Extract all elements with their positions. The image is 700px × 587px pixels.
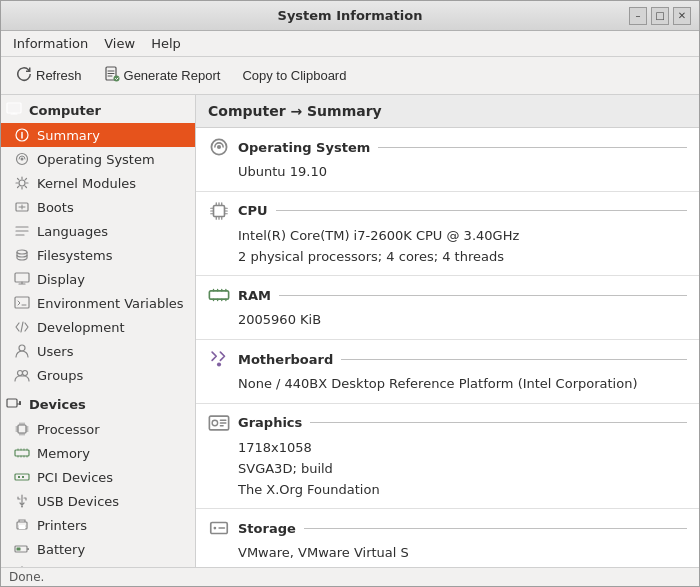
sidebar-item-languages[interactable]: Languages — [1, 219, 195, 243]
menu-help[interactable]: Help — [143, 33, 189, 54]
kernel-label: Kernel Modules — [37, 176, 136, 191]
svg-point-14 — [23, 371, 28, 376]
refresh-label: Refresh — [36, 68, 82, 83]
menubar: Information View Help — [1, 31, 699, 57]
mb-section-icon — [208, 348, 230, 370]
sidebar-item-summary[interactable]: Summary — [1, 123, 195, 147]
svg-point-12 — [19, 345, 25, 351]
dev-label: Development — [37, 320, 125, 335]
svg-point-33 — [217, 145, 221, 149]
copy-to-clipboard-button[interactable]: Copy to Clipboard — [233, 63, 355, 88]
sidebar-item-boots[interactable]: Boots — [1, 195, 195, 219]
svg-rect-21 — [22, 476, 24, 478]
sidebar-devices-header[interactable]: Devices — [1, 391, 195, 417]
sidebar-item-pci[interactable]: PCI Devices — [1, 465, 195, 489]
storage-section-icon — [208, 517, 230, 539]
sidebar-item-env[interactable]: Environment Variables — [1, 291, 195, 315]
svg-rect-17 — [18, 425, 26, 433]
svg-point-9 — [17, 250, 27, 254]
sidebar-computer-header[interactable]: Computer — [1, 97, 195, 123]
devices-icon — [5, 395, 23, 413]
refresh-icon — [16, 66, 32, 85]
storage-section: Storage VMware, VMware Virtual S — [196, 509, 699, 567]
users-label: Users — [37, 344, 73, 359]
svg-point-1 — [113, 76, 119, 82]
memory-icon — [13, 444, 31, 462]
sidebar-item-users[interactable]: Users — [1, 339, 195, 363]
sidebar-item-filesystems[interactable]: Filesystems — [1, 243, 195, 267]
sidebar-item-usb[interactable]: USB Devices — [1, 489, 195, 513]
close-button[interactable]: ✕ — [673, 7, 691, 25]
gfx-header: Graphics — [208, 412, 687, 434]
os-section: Operating System Ubuntu 19.10 — [196, 128, 699, 192]
filesystems-label: Filesystems — [37, 248, 113, 263]
sidebar-item-os[interactable]: Operating System — [1, 147, 195, 171]
env-icon — [13, 294, 31, 312]
svg-rect-18 — [15, 450, 29, 456]
generate-report-button[interactable]: Generate Report — [95, 61, 230, 90]
sidebar-devices-section: Devices Processor — [1, 389, 195, 567]
svg-point-36 — [217, 363, 221, 367]
env-label: Environment Variables — [37, 296, 184, 311]
gfx-value: 1718x1058 SVGA3D; build The X.Org Founda… — [208, 438, 687, 500]
os-icon — [13, 150, 31, 168]
processor-icon — [13, 420, 31, 438]
menu-information[interactable]: Information — [5, 33, 96, 54]
svg-rect-35 — [209, 291, 228, 299]
menu-view[interactable]: View — [96, 33, 143, 54]
sidebar-item-memory[interactable]: Memory — [1, 441, 195, 465]
battery-icon — [13, 540, 31, 558]
users-icon — [13, 342, 31, 360]
summary-icon — [13, 126, 31, 144]
sidebar-item-battery[interactable]: Battery — [1, 537, 195, 561]
computer-icon — [5, 101, 23, 119]
languages-label: Languages — [37, 224, 108, 239]
sidebar-item-kernel[interactable]: Kernel Modules — [1, 171, 195, 195]
refresh-button[interactable]: Refresh — [7, 61, 91, 90]
svg-rect-11 — [15, 297, 29, 308]
svg-point-22 — [21, 506, 23, 508]
sidebar-item-processor[interactable]: Processor — [1, 417, 195, 441]
toolbar: Refresh Generate Report Copy to Clipboar… — [1, 57, 699, 95]
summary-label: Summary — [37, 128, 100, 143]
sidebar-item-display[interactable]: Display — [1, 267, 195, 291]
mb-section: Motherboard None / 440BX Desktop Referen… — [196, 340, 699, 404]
svg-rect-34 — [214, 205, 225, 216]
svg-point-40 — [214, 527, 217, 530]
filesystems-icon — [13, 246, 31, 264]
svg-rect-16 — [19, 401, 21, 405]
gfx-section-icon — [208, 412, 230, 434]
window-title: System Information — [278, 8, 423, 23]
usb-icon — [13, 492, 31, 510]
sidebar-item-printers[interactable]: Printers — [1, 513, 195, 537]
svg-rect-15 — [7, 399, 17, 407]
svg-rect-24 — [19, 525, 25, 529]
storage-value: VMware, VMware Virtual S — [208, 543, 687, 564]
cpu-section-icon — [208, 200, 230, 222]
gfx-title: Graphics — [238, 415, 687, 430]
sidebar-item-dev[interactable]: Development — [1, 315, 195, 339]
sidebar-item-groups[interactable]: Groups — [1, 363, 195, 387]
maximize-button[interactable]: □ — [651, 7, 669, 25]
battery-label: Battery — [37, 542, 85, 557]
svg-rect-27 — [17, 548, 21, 551]
ram-title: RAM — [238, 288, 687, 303]
processor-label: Processor — [37, 422, 100, 437]
display-label: Display — [37, 272, 85, 287]
ram-section-icon — [208, 284, 230, 306]
os-label: Operating System — [37, 152, 155, 167]
ram-header: RAM — [208, 284, 687, 306]
os-header: Operating System — [208, 136, 687, 158]
svg-rect-26 — [27, 548, 29, 550]
languages-icon — [13, 222, 31, 240]
ram-value: 2005960 KiB — [208, 310, 687, 331]
svg-point-13 — [18, 371, 23, 376]
sidebar: Computer Summary — [1, 95, 196, 567]
minimize-button[interactable]: – — [629, 7, 647, 25]
svg-rect-10 — [15, 273, 29, 282]
cpu-title: CPU — [238, 203, 687, 218]
storage-header: Storage — [208, 517, 687, 539]
groups-label: Groups — [37, 368, 83, 383]
svg-rect-20 — [18, 476, 20, 478]
statusbar: Done. — [1, 567, 699, 586]
